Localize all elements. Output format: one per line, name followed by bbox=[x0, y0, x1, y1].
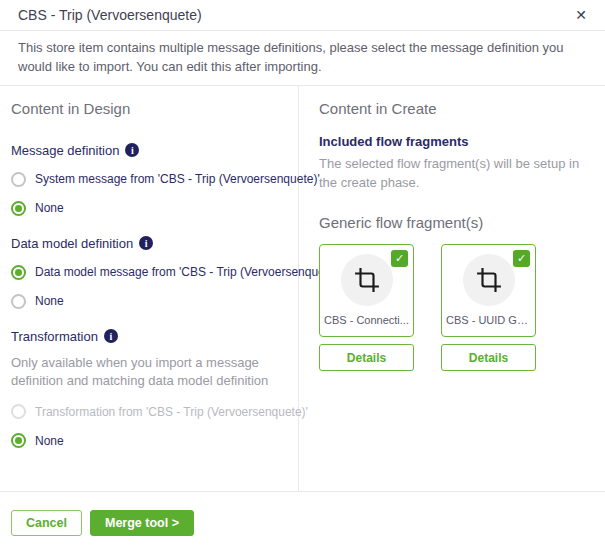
close-icon[interactable]: ✕ bbox=[571, 6, 591, 24]
dialog-header: CBS - Trip (Vervoersenquete) ✕ bbox=[0, 0, 605, 31]
content-in-create-column: Content in Create Included flow fragment… bbox=[299, 86, 605, 491]
dialog-footer: Cancel Merge tool > bbox=[0, 491, 605, 549]
generic-flow-fragments-heading: Generic flow fragment(s) bbox=[319, 214, 591, 231]
data-model-definition-section-label: Data model definition i bbox=[11, 236, 290, 251]
included-flow-fragments-note: The selected flow fragment(s) will be se… bbox=[319, 155, 581, 193]
radio-transformation-none[interactable]: None bbox=[11, 433, 290, 448]
radio-data-model-none[interactable]: None bbox=[11, 294, 290, 309]
info-icon[interactable]: i bbox=[139, 236, 153, 250]
fragment-card-stack: ✓ CBS - Connecti... Details bbox=[319, 244, 414, 371]
transformation-section-label: Transformation i bbox=[11, 329, 290, 344]
radio-selected-icon[interactable] bbox=[11, 433, 26, 448]
dialog-body: Content in Design Message definition i S… bbox=[0, 86, 605, 491]
transformation-note: Only available when you import a message… bbox=[11, 354, 283, 390]
flow-fragment-card[interactable]: ✓ CBS - UUID Ge... bbox=[441, 244, 536, 337]
details-button[interactable]: Details bbox=[319, 344, 414, 371]
radio-transformation: Transformation from 'CBS - Trip (Vervoer… bbox=[11, 404, 290, 419]
fragment-label: CBS - Connecti... bbox=[324, 314, 409, 326]
transformation-label: Transformation bbox=[11, 329, 98, 344]
info-icon[interactable]: i bbox=[125, 143, 139, 157]
fragment-card-stack: ✓ CBS - UUID Ge... Details bbox=[441, 244, 536, 371]
content-in-design-column: Content in Design Message definition i S… bbox=[0, 86, 299, 491]
radio-unselected-icon[interactable] bbox=[11, 172, 26, 187]
dialog-intro-text: This store item contains multiple messag… bbox=[0, 31, 605, 86]
checkmark-icon[interactable]: ✓ bbox=[391, 250, 408, 267]
checkmark-icon[interactable]: ✓ bbox=[513, 250, 530, 267]
included-flow-fragments-title: Included flow fragments bbox=[319, 134, 591, 149]
cancel-button[interactable]: Cancel bbox=[11, 510, 82, 536]
message-definition-section-label: Message definition i bbox=[11, 143, 290, 158]
dialog-title: CBS - Trip (Vervoersenquete) bbox=[18, 7, 202, 23]
message-definition-label: Message definition bbox=[11, 143, 119, 158]
merge-tool-button[interactable]: Merge tool > bbox=[90, 510, 194, 536]
flow-fragment-card[interactable]: ✓ CBS - Connecti... bbox=[319, 244, 414, 337]
radio-message-definition-none[interactable]: None bbox=[11, 201, 290, 216]
fragment-avatar bbox=[341, 254, 393, 306]
fragment-avatar bbox=[463, 254, 515, 306]
fragment-label: CBS - UUID Ge... bbox=[446, 314, 531, 326]
radio-selected-icon[interactable] bbox=[11, 201, 26, 216]
radio-selected-icon[interactable] bbox=[11, 265, 26, 280]
crop-icon bbox=[476, 267, 502, 293]
details-button[interactable]: Details bbox=[441, 344, 536, 371]
design-column-heading: Content in Design bbox=[11, 100, 290, 117]
info-icon[interactable]: i bbox=[104, 329, 118, 343]
radio-unselected-icon[interactable] bbox=[11, 294, 26, 309]
crop-icon bbox=[354, 267, 380, 293]
radio-data-model-message[interactable]: Data model message from 'CBS - Trip (Ver… bbox=[11, 265, 290, 280]
create-column-heading: Content in Create bbox=[319, 100, 591, 117]
import-store-item-dialog: CBS - Trip (Vervoersenquete) ✕ This stor… bbox=[0, 0, 605, 549]
flow-fragment-cards: ✓ CBS - Connecti... Details ✓ bbox=[319, 244, 591, 371]
data-model-definition-label: Data model definition bbox=[11, 236, 133, 251]
radio-disabled-icon bbox=[11, 404, 26, 419]
radio-system-message[interactable]: System message from 'CBS - Trip (Vervoer… bbox=[11, 172, 290, 187]
